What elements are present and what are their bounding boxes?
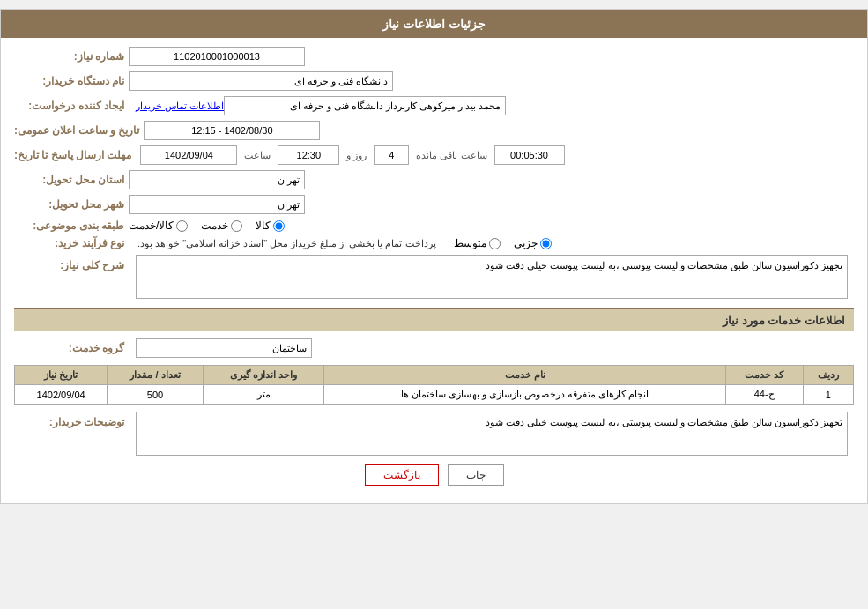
service-group-row: گروه خدمت: [14,338,854,358]
announce-datetime-row: تاریخ و ساعت اعلان عمومی: [14,121,854,140]
purchase-type-radio-group: پرداخت تمام یا بخشی از مبلغ خریداز محل "… [137,237,552,249]
col-service-name: نام خدمت [324,366,725,385]
org-name-input[interactable] [129,71,393,91]
city-row: شهر محل تحویل: [14,195,854,214]
request-number-input[interactable] [129,47,305,66]
service-info-header: اطلاعات خدمات مورد نیاز [14,308,854,331]
page-wrapper: جزئیات اطلاعات نیاز شماره نیاز: نام دستگ… [0,9,868,504]
category-goods-service-label: کالا/خدمت [129,219,174,232]
province-label: استان محل تحویل: [14,174,129,186]
requester-row: ایجاد کننده درخواست: اطلاعات تماس خریدار [14,96,854,115]
category-row: طبقه بندی موضوعی: کالا/خدمت خدمت کالا [14,219,854,232]
purchase-type-label: نوع فرآیند خرید: [14,237,129,249]
cell-service-name: انجام کارهای متفرقه درخصوص بازسازی و بهس… [324,385,725,405]
buyer-desc-label: توضیحات خریدار: [14,412,129,428]
purchase-partial-radio[interactable] [540,238,552,249]
back-button[interactable]: بازگشت [365,464,439,486]
announce-datetime-input[interactable] [144,121,320,140]
table-header-row: ردیف کد خدمت نام خدمت واحد اندازه گیری ت… [15,366,854,385]
service-group-label: گروه خدمت: [14,342,129,354]
deadline-date-input[interactable] [140,145,237,165]
buyer-desc-textarea[interactable] [136,412,848,456]
announce-datetime-label: تاریخ و ساعت اعلان عمومی: [14,124,144,137]
deadline-time-label: ساعت [244,150,271,161]
province-input[interactable] [129,170,305,189]
service-group-input[interactable] [136,338,312,358]
purchase-notice: پرداخت تمام یا بخشی از مبلغ خریداز محل "… [137,238,436,249]
col-row-num: ردیف [803,366,853,385]
deadline-time-input[interactable] [278,145,339,165]
need-description-wrapper: شرح کلی نیاز: [14,255,854,299]
table-row: 1 ج-44 انجام کارهای متفرقه درخصوص بازساز… [15,385,854,405]
city-label: شهر محل تحویل: [14,198,129,211]
purchase-partial-item: جزیی [514,237,552,249]
buyer-desc-wrapper: توضیحات خریدار: [14,412,854,456]
category-goods-radio[interactable] [273,220,285,232]
button-row: چاپ بازگشت [14,464,854,486]
cell-date: 1402/09/04 [15,385,108,405]
service-table: ردیف کد خدمت نام خدمت واحد اندازه گیری ت… [14,365,854,405]
deadline-row: مهلت ارسال پاسخ تا تاریخ: ساعت روز و ساع… [14,145,854,165]
cell-row-num: 1 [803,385,853,405]
category-goods-item: کالا [256,219,285,232]
need-description-textarea[interactable] [136,255,848,299]
cell-service-code: ج-44 [725,385,803,405]
deadline-remaining-label: ساعت باقی مانده [416,150,486,161]
print-button[interactable]: چاپ [448,464,504,486]
purchase-medium-label: متوسط [454,237,486,249]
province-row: استان محل تحویل: [14,170,854,189]
page-title: جزئیات اطلاعات نیاز [382,17,486,31]
category-service-item: خدمت [201,219,242,232]
purchase-medium-item: متوسط [454,237,501,249]
org-name-label: نام دستگاه خریدار: [14,75,129,87]
category-radio-group: کالا/خدمت خدمت کالا [129,219,285,232]
cell-quantity: 500 [108,385,203,405]
category-goods-service-item: کالا/خدمت [129,219,188,232]
deadline-days-label: روز و [346,150,367,161]
category-goods-service-radio[interactable] [176,220,188,232]
purchase-medium-radio[interactable] [489,238,501,249]
requester-label: ایجاد کننده درخواست: [14,100,129,112]
city-input[interactable] [129,195,305,214]
org-name-row: نام دستگاه خریدار: [14,71,854,91]
col-date: تاریخ نیاز [15,366,108,385]
deadline-days-input[interactable] [374,145,409,165]
category-label: طبقه بندی موضوعی: [14,219,129,232]
contact-link[interactable]: اطلاعات تماس خریدار [136,100,224,112]
deadline-remaining-input[interactable] [494,145,565,165]
purchase-type-row: نوع فرآیند خرید: پرداخت تمام یا بخشی از … [14,237,854,249]
category-service-label: خدمت [201,219,228,232]
col-unit: واحد اندازه گیری [203,366,324,385]
content-area: شماره نیاز: نام دستگاه خریدار: ایجاد کنن… [1,38,867,503]
need-description-label: شرح کلی نیاز: [14,255,129,271]
request-number-label: شماره نیاز: [14,50,129,63]
requester-input[interactable] [224,96,506,115]
purchase-partial-label: جزیی [514,237,538,249]
category-service-radio[interactable] [231,220,242,232]
col-service-code: کد خدمت [725,366,803,385]
col-quantity: تعداد / مقدار [108,366,203,385]
page-header: جزئیات اطلاعات نیاز [1,10,867,38]
request-number-row: شماره نیاز: [14,47,854,66]
deadline-label: مهلت ارسال پاسخ تا تاریخ: [14,149,136,161]
category-goods-label: کالا [256,219,271,232]
service-table-container: ردیف کد خدمت نام خدمت واحد اندازه گیری ت… [14,365,854,405]
cell-unit: متر [203,385,324,405]
